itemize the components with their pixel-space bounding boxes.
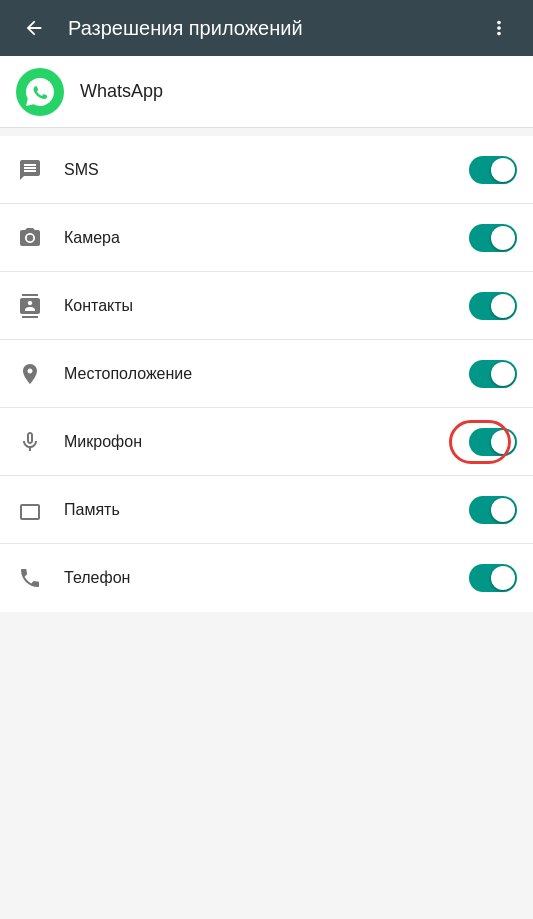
location-label: Местоположение	[64, 365, 449, 383]
contacts-label: Контакты	[64, 297, 449, 315]
storage-toggle-wrap	[469, 496, 517, 524]
location-toggle-wrap	[469, 360, 517, 388]
more-options-button[interactable]	[481, 10, 517, 46]
permissions-list: SMS Камера Контакты	[0, 136, 533, 612]
permission-contacts: Контакты	[0, 272, 533, 340]
permission-microphone: Микрофон	[0, 408, 533, 476]
back-button[interactable]	[16, 10, 52, 46]
phone-toggle[interactable]	[469, 564, 517, 592]
camera-toggle[interactable]	[469, 224, 517, 252]
location-toggle[interactable]	[469, 360, 517, 388]
sms-toggle[interactable]	[469, 156, 517, 184]
toolbar: Разрешения приложений	[0, 0, 533, 56]
phone-toggle-wrap	[469, 564, 517, 592]
permission-storage: Память	[0, 476, 533, 544]
microphone-label: Микрофон	[64, 433, 449, 451]
contacts-toggle-wrap	[469, 292, 517, 320]
camera-toggle-wrap	[469, 224, 517, 252]
empty-area	[0, 612, 533, 919]
storage-toggle[interactable]	[469, 496, 517, 524]
sms-toggle-wrap	[469, 156, 517, 184]
microphone-icon	[16, 428, 44, 456]
sms-label: SMS	[64, 161, 449, 179]
app-name: WhatsApp	[80, 81, 163, 102]
storage-label: Память	[64, 501, 449, 519]
location-icon	[16, 360, 44, 388]
permission-camera: Камера	[0, 204, 533, 272]
microphone-toggle[interactable]	[469, 428, 517, 456]
page-title: Разрешения приложений	[68, 17, 465, 40]
app-icon	[16, 68, 64, 116]
phone-icon	[16, 564, 44, 592]
permission-sms: SMS	[0, 136, 533, 204]
phone-label: Телефон	[64, 569, 449, 587]
sms-icon	[16, 156, 44, 184]
camera-label: Камера	[64, 229, 449, 247]
microphone-toggle-wrap	[469, 428, 517, 456]
camera-icon	[16, 224, 44, 252]
storage-icon	[16, 496, 44, 524]
contacts-toggle[interactable]	[469, 292, 517, 320]
app-header: WhatsApp	[0, 56, 533, 128]
permission-phone: Телефон	[0, 544, 533, 612]
permission-location: Местоположение	[0, 340, 533, 408]
contacts-icon	[16, 292, 44, 320]
